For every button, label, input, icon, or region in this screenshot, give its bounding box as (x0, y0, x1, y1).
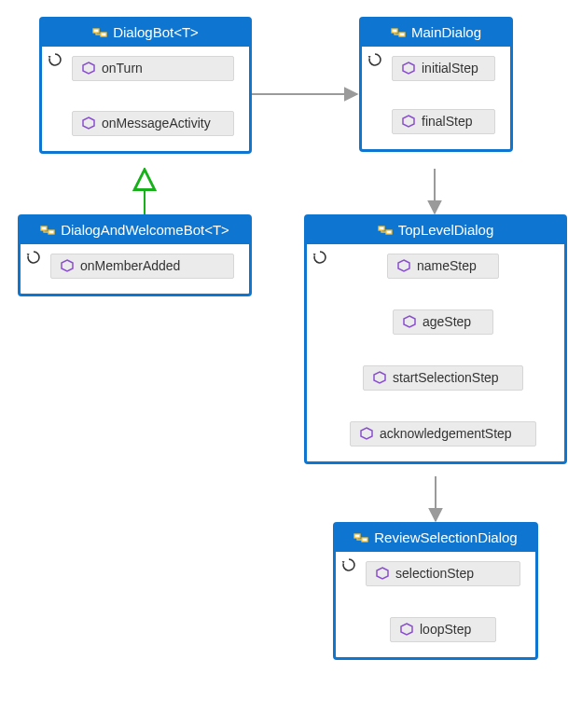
svg-rect-18 (362, 538, 367, 542)
method-item: onTurn (72, 56, 234, 81)
method-icon (360, 427, 373, 440)
method-label: startSelectionStep (393, 370, 499, 385)
class-main-dialog: MainDialog initialStep finalStep (359, 17, 513, 152)
method-icon (397, 259, 410, 272)
method-label: loopStep (420, 622, 471, 637)
method-icon (402, 115, 415, 128)
method-label: ageStep (423, 314, 471, 329)
method-label: onMessageActivity (102, 116, 211, 130)
method-item: acknowledgementStep (350, 421, 536, 446)
method-item: startSelectionStep (363, 365, 523, 391)
method-label: acknowledgementStep (380, 426, 512, 441)
method-item: initialStep (392, 56, 495, 81)
svg-rect-14 (399, 33, 405, 36)
method-icon (61, 259, 74, 272)
svg-rect-15 (379, 227, 384, 230)
class-icon (378, 223, 393, 238)
class-title: ReviewSelectionDialog (374, 529, 517, 545)
method-icon (82, 117, 95, 130)
cycle-icon (26, 250, 41, 268)
class-review-selection-dialog: ReviewSelectionDialog selectionStep loop… (333, 522, 538, 660)
method-icon (373, 371, 386, 384)
method-label: selectionStep (395, 566, 474, 581)
method-item: onMemberAdded (50, 254, 234, 279)
class-title: DialogBot<T> (113, 24, 199, 40)
method-label: nameStep (417, 258, 477, 273)
method-label: finalStep (422, 114, 472, 129)
method-item: loopStep (390, 617, 496, 642)
method-item: finalStep (392, 109, 495, 134)
method-label: initialStep (422, 61, 478, 76)
cycle-icon (312, 250, 327, 268)
class-title: TopLevelDialog (398, 222, 494, 238)
class-header: MainDialog (362, 20, 510, 47)
method-icon (400, 623, 413, 636)
method-item: nameStep (387, 254, 499, 279)
class-icon (92, 25, 107, 40)
class-icon (391, 25, 406, 40)
svg-rect-11 (41, 227, 47, 230)
class-title: DialogAndWelcomeBot<T> (61, 222, 229, 238)
svg-rect-10 (101, 33, 106, 36)
svg-rect-12 (48, 230, 54, 234)
method-label: onMemberAdded (80, 258, 180, 273)
cycle-icon (367, 52, 382, 70)
class-header: ReviewSelectionDialog (336, 525, 535, 552)
class-title: MainDialog (411, 24, 481, 40)
method-icon (402, 62, 415, 75)
method-item: ageStep (393, 309, 493, 335)
method-label: onTurn (102, 61, 143, 76)
class-header: TopLevelDialog (307, 217, 564, 244)
class-top-level-dialog: TopLevelDialog nameStep ageStep startSel… (304, 214, 567, 464)
method-icon (82, 62, 95, 75)
class-icon (353, 530, 368, 545)
class-header: DialogAndWelcomeBot<T> (21, 217, 249, 244)
class-dialog-bot: DialogBot<T> onTurn onMessageActivity (39, 17, 252, 154)
method-icon (376, 567, 389, 580)
class-dialog-welcome-bot: DialogAndWelcomeBot<T> onMemberAdded (18, 214, 252, 296)
class-header: DialogBot<T> (42, 20, 249, 47)
svg-rect-9 (93, 29, 99, 33)
svg-rect-13 (392, 29, 397, 33)
method-item: onMessageActivity (72, 111, 234, 136)
method-icon (403, 315, 416, 328)
svg-rect-16 (386, 230, 392, 234)
cycle-icon (48, 52, 62, 70)
method-item: selectionStep (366, 561, 520, 586)
cycle-icon (341, 557, 356, 575)
svg-rect-17 (354, 534, 360, 538)
class-icon (40, 223, 55, 238)
